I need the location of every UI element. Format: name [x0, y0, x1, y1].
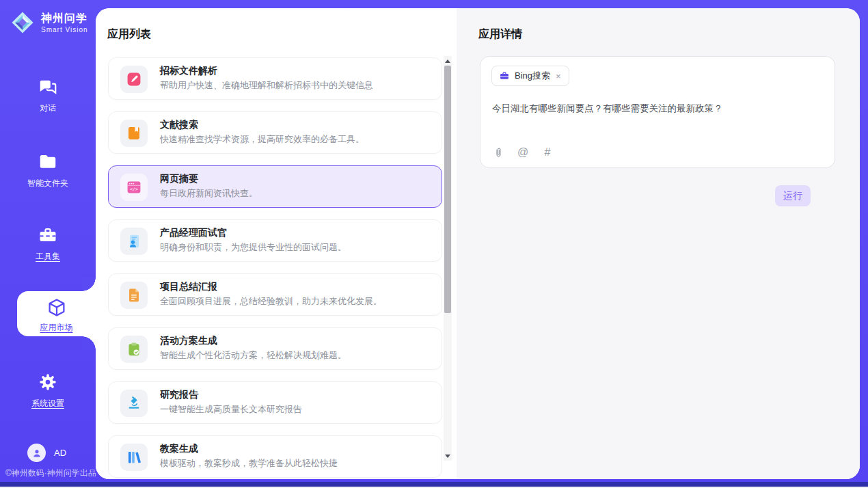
- app-card-name: 活动方案生成: [160, 335, 217, 347]
- person-icon: [31, 447, 43, 459]
- cube-icon: [46, 297, 67, 318]
- run-button[interactable]: 运行: [775, 185, 811, 206]
- person-doc-icon: [120, 228, 148, 255]
- sidebar: 神州问学 Smart Vision 对话 智能文件夹: [0, 0, 96, 488]
- main-panel: 应用列表 招标文件解析 帮助用户快速、准确地理解和解析招标书中的关键信息: [96, 8, 860, 479]
- tool-tag-label: Bing搜索: [515, 70, 550, 82]
- microscope-icon: [120, 390, 148, 417]
- app-card-name: 产品经理面试官: [160, 227, 227, 239]
- book-icon: [120, 120, 148, 147]
- app-card-name: 研究报告: [160, 389, 198, 401]
- app-list-panel: 应用列表 招标文件解析 帮助用户快速、准确地理解和解析招标书中的关键信息: [96, 8, 457, 479]
- app-card-desc: 一键智能生成高质量长文本研究报告: [160, 403, 302, 416]
- app-card-desc: 模板驱动，教案秒成，教学准备从此轻松快捷: [160, 457, 338, 470]
- app-card-event-plan[interactable]: 活动方案生成 智能生成个性化活动方案，轻松解决规划难题。: [108, 327, 442, 370]
- books-icon: [120, 444, 148, 471]
- hash-icon[interactable]: #: [541, 146, 554, 159]
- briefcase-icon: [499, 70, 510, 81]
- clipboard-check-icon: [120, 336, 148, 363]
- sidebar-item-label: 对话: [40, 103, 56, 113]
- brand-logo-icon: [10, 10, 36, 36]
- folder-icon: [38, 152, 58, 172]
- brand-logo: 神州问学 Smart Vision: [10, 10, 88, 36]
- app-card-list: 招标文件解析 帮助用户快速、准确地理解和解析招标书中的关键信息 文献搜索 快速精…: [108, 57, 442, 479]
- app-card-bid-parsing[interactable]: 招标文件解析 帮助用户快速、准确地理解和解析招标书中的关键信息: [108, 57, 442, 100]
- sidebar-item-label: 应用市场: [40, 323, 73, 332]
- app-card-research-report[interactable]: 研究报告 一键智能生成高质量长文本研究报告: [108, 381, 442, 424]
- scroll-up-arrow-icon[interactable]: [444, 57, 452, 65]
- chat-icon: [38, 77, 58, 97]
- app-card-name: 网页摘要: [160, 173, 198, 185]
- app-card-desc: 帮助用户快速、准确地理解和解析招标书中的关键信息: [160, 79, 373, 92]
- brand-name: 神州问学: [41, 12, 88, 26]
- close-icon[interactable]: ×: [555, 71, 562, 81]
- tab-flare-top: [82, 277, 96, 291]
- app-card-name: 项目总结汇报: [160, 281, 217, 293]
- scroll-down-arrow-icon[interactable]: [444, 452, 452, 460]
- sidebar-item-chat[interactable]: 对话: [0, 77, 96, 114]
- app-card-project-summary[interactable]: 项目总结汇报 全面回顾项目进展，总结经验教训，助力未来优化发展。: [108, 273, 442, 316]
- app-card-desc: 明确身份和职责，为您提供专业性的面试问题。: [160, 241, 347, 254]
- paperclip-icon[interactable]: [492, 146, 504, 159]
- user-name: AD: [54, 448, 66, 458]
- app-card-desc: 每日政府新闻资讯快查。: [160, 187, 258, 200]
- sidebar-item-label: 工具集: [36, 252, 60, 261]
- app-card-desc: 全面回顾项目进展，总结经验教训，助力未来优化发展。: [160, 295, 382, 308]
- tab-flare-bottom: [82, 336, 96, 350]
- sidebar-item-smart-folder[interactable]: 智能文件夹: [0, 152, 96, 189]
- sidebar-item-app-market[interactable]: 应用市场: [17, 291, 96, 336]
- avatar: [27, 444, 46, 462]
- app-detail-panel: 应用详情 Bing搜索 × 今日湖北有哪些新闻要点？有哪些需要关注的最新政策？: [457, 8, 860, 479]
- document-icon: [120, 282, 148, 309]
- app-card-lesson-plan[interactable]: 教案生成 模板驱动，教案秒成，教学准备从此轻松快捷: [108, 435, 442, 478]
- app-card-name: 文献搜索: [160, 119, 198, 131]
- svg-text:</>: </>: [130, 187, 138, 192]
- composer-toolbar: @ #: [492, 146, 554, 159]
- list-scrollbar[interactable]: [444, 56, 452, 461]
- app-card-web-summary[interactable]: </> 网页摘要 每日政府新闻资讯快查。: [108, 165, 442, 208]
- brand-subtitle: Smart Vision: [41, 26, 88, 33]
- scrollbar-thumb[interactable]: [444, 66, 451, 313]
- app-card-desc: 智能生成个性化活动方案，轻松解决规划难题。: [160, 349, 347, 362]
- tool-tag-bing-search[interactable]: Bing搜索 ×: [491, 66, 569, 86]
- pen-square-icon: [120, 66, 148, 93]
- app-card-pm-interviewer[interactable]: 产品经理面试官 明确身份和职责，为您提供专业性的面试问题。: [108, 219, 442, 262]
- app-card-name: 招标文件解析: [160, 65, 217, 77]
- sidebar-item-label: 智能文件夹: [27, 178, 68, 188]
- sidebar-item-settings[interactable]: 系统设置: [0, 372, 96, 409]
- toolbox-icon: [38, 225, 58, 245]
- query-input[interactable]: 今日湖北有哪些新闻要点？有哪些需要关注的最新政策？: [492, 102, 824, 116]
- app-list-title: 应用列表: [107, 27, 151, 42]
- composer-card: Bing搜索 × 今日湖北有哪些新闻要点？有哪些需要关注的最新政策？ @ #: [480, 56, 835, 168]
- sidebar-item-toolbox[interactable]: 工具集: [0, 225, 96, 262]
- user-account[interactable]: AD: [27, 444, 66, 462]
- app-card-name: 教案生成: [160, 443, 198, 455]
- copyright-text: ©神州数码·神州问学出品: [5, 467, 96, 479]
- gear-icon: [38, 372, 58, 392]
- browser-code-icon: </>: [120, 174, 148, 201]
- app-card-literature-search[interactable]: 文献搜索 快速精准查找学术资源，提高研究效率的必备工具。: [108, 111, 442, 154]
- sidebar-item-label: 系统设置: [31, 398, 64, 408]
- app-detail-title: 应用详情: [478, 27, 522, 42]
- app-card-desc: 快速精准查找学术资源，提高研究效率的必备工具。: [160, 133, 364, 146]
- bottom-bar: [0, 482, 868, 487]
- at-icon[interactable]: @: [517, 146, 529, 159]
